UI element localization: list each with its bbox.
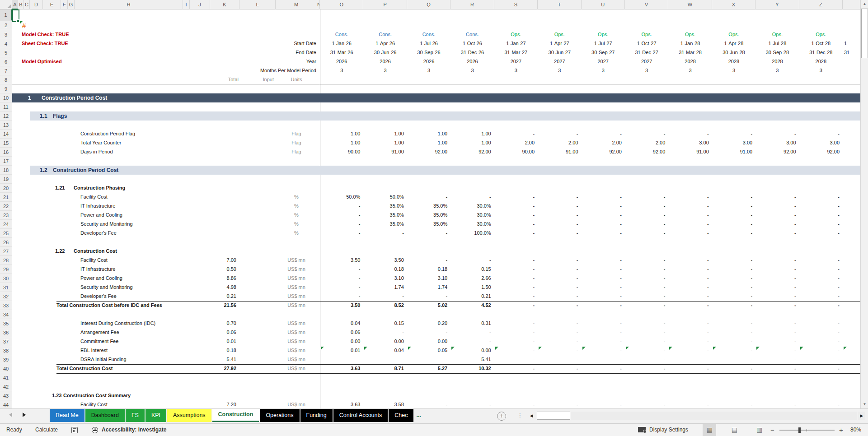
data-cell[interactable]: 1.74 [363, 284, 404, 290]
data-cell[interactable]: 0.15 [363, 320, 404, 326]
data-cell[interactable]: - [538, 203, 578, 209]
row-header-35[interactable]: 35 [0, 319, 12, 328]
data-cell[interactable]: - [712, 320, 752, 326]
data-cell[interactable]: 1.50 [450, 284, 491, 290]
data-cell[interactable]: - [625, 230, 665, 236]
data-cell[interactable]: - [582, 302, 622, 308]
period-end-date-cell[interactable]: 30-Jun-26 [363, 50, 407, 55]
spreadsheet-grid[interactable]: ABCDEFGHIJKLMNOPQRSTUVWXYZ12345678910111… [0, 0, 868, 408]
model-check-cell[interactable]: Model Check: TRUE [22, 32, 69, 37]
data-cell[interactable]: - [799, 257, 840, 263]
data-cell[interactable]: 3.50 [320, 302, 360, 308]
data-cell[interactable]: 35.0% [407, 212, 447, 218]
data-cell[interactable]: 91.00 [668, 149, 708, 154]
input-column-header[interactable]: Input [239, 77, 274, 82]
data-cell[interactable]: 2.66 [450, 275, 491, 281]
row-units[interactable]: US$ mn [276, 329, 317, 335]
row-header-7[interactable]: 7 [0, 66, 12, 75]
row-total-value[interactable]: 5.41 [210, 357, 236, 362]
row-label[interactable]: Days in Period [80, 149, 113, 154]
data-cell[interactable]: - [712, 366, 752, 371]
data-cell[interactable]: 92.00 [582, 149, 622, 154]
data-cell[interactable]: - [668, 357, 708, 362]
row-header-38[interactable]: 38 [0, 346, 12, 355]
data-cell[interactable]: - [494, 131, 535, 136]
data-cell[interactable]: - [582, 366, 622, 371]
data-cell[interactable]: - [712, 194, 752, 199]
data-cell[interactable]: 1.00 [320, 140, 360, 145]
period-type-cell[interactable]: Ops. [755, 32, 799, 37]
data-cell[interactable]: - [755, 203, 796, 209]
hscroll-left-icon[interactable]: ◀ [528, 412, 535, 420]
data-cell[interactable]: 1.00 [320, 131, 360, 136]
period-start-date-cell[interactable]: 1-Jul-26 [407, 41, 450, 46]
data-cell[interactable]: - [799, 302, 840, 308]
data-cell[interactable]: - [582, 131, 622, 136]
data-cell[interactable]: 3.00 [755, 140, 796, 145]
data-cell[interactable]: - [712, 203, 752, 209]
sheet-tab-control-accounts[interactable]: Control Accounts [333, 409, 388, 422]
data-cell[interactable]: - [625, 221, 665, 227]
row-label[interactable]: Construction Period Flag [80, 131, 135, 136]
subsection-band-1.1[interactable] [30, 111, 860, 121]
row-header-42[interactable]: 42 [0, 382, 12, 391]
column-header-S[interactable]: S [494, 0, 538, 9]
data-cell[interactable]: - [582, 257, 622, 263]
data-cell[interactable]: - [799, 266, 840, 272]
data-cell[interactable]: 100.0% [450, 230, 491, 236]
vertical-scrollbar-thumb[interactable] [861, 9, 868, 58]
period-start-date-cell[interactable]: 1-Apr-26 [363, 41, 407, 46]
data-cell[interactable]: 35.0% [407, 203, 447, 209]
data-cell[interactable]: - [625, 194, 665, 199]
data-cell[interactable]: - [407, 257, 447, 263]
period-type-cell[interactable]: Ops. [668, 32, 712, 37]
data-cell[interactable]: - [625, 284, 665, 290]
row-header-17[interactable]: 17 [0, 157, 12, 166]
data-cell[interactable]: - [799, 230, 840, 236]
data-cell[interactable]: - [450, 402, 491, 407]
row-label[interactable]: EBL Interest [80, 348, 108, 353]
period-year-cell[interactable]: 2026 [320, 59, 363, 64]
data-cell[interactable]: 92.00 [625, 149, 665, 154]
year-label[interactable]: Year [181, 59, 316, 64]
data-cell[interactable]: - [582, 329, 622, 335]
period-end-date-cell[interactable]: 30-Jun-28 [712, 50, 755, 55]
column-header-G[interactable]: G [68, 0, 75, 9]
period-start-date-cell[interactable]: 1-Apr-27 [538, 41, 581, 46]
row-label[interactable]: Facility Cost [80, 402, 108, 407]
data-cell[interactable]: - [494, 402, 535, 407]
data-cell[interactable]: 1.00 [450, 140, 491, 145]
data-cell[interactable]: - [582, 203, 622, 209]
data-cell[interactable]: - [494, 302, 535, 308]
data-cell[interactable]: 0.08 [450, 348, 491, 353]
row-units[interactable]: US$ mn [276, 257, 317, 263]
hscroll-right-icon[interactable]: ▶ [858, 412, 865, 420]
row-label[interactable]: Facility Cost [80, 194, 108, 199]
data-cell[interactable]: 1.00 [363, 140, 404, 145]
zoom-out-button[interactable]: − [770, 424, 774, 436]
data-cell[interactable]: 10.32 [450, 366, 491, 371]
row-units[interactable]: % [276, 194, 317, 199]
subsection-band-1.2[interactable] [30, 166, 860, 175]
data-cell[interactable]: 2.00 [625, 140, 665, 145]
data-cell[interactable]: - [494, 203, 535, 209]
row-header-37[interactable]: 37 [0, 337, 12, 346]
data-cell[interactable]: - [712, 348, 752, 353]
period-end-date-cell[interactable]: 30-Sep-26 [407, 50, 450, 55]
row-total-value[interactable]: 7.20 [210, 402, 236, 407]
data-cell[interactable]: - [755, 194, 796, 199]
data-cell[interactable]: 90.00 [494, 149, 535, 154]
row-units[interactable]: % [276, 221, 317, 227]
period-months-cell[interactable]: 3 [363, 68, 407, 73]
data-cell[interactable]: 2.00 [538, 140, 578, 145]
sheet-tab-assumptions[interactable]: Assumptions [167, 409, 211, 422]
row-header-18[interactable]: 18 [0, 166, 12, 175]
data-cell[interactable]: - [712, 221, 752, 227]
data-cell[interactable]: - [538, 266, 578, 272]
data-cell[interactable]: - [538, 357, 578, 362]
row-header-16[interactable]: 16 [0, 148, 12, 157]
data-cell[interactable]: - [494, 257, 535, 263]
row-header-32[interactable]: 32 [0, 292, 12, 301]
data-cell[interactable]: - [494, 293, 535, 299]
data-cell[interactable]: 5.02 [407, 302, 447, 308]
